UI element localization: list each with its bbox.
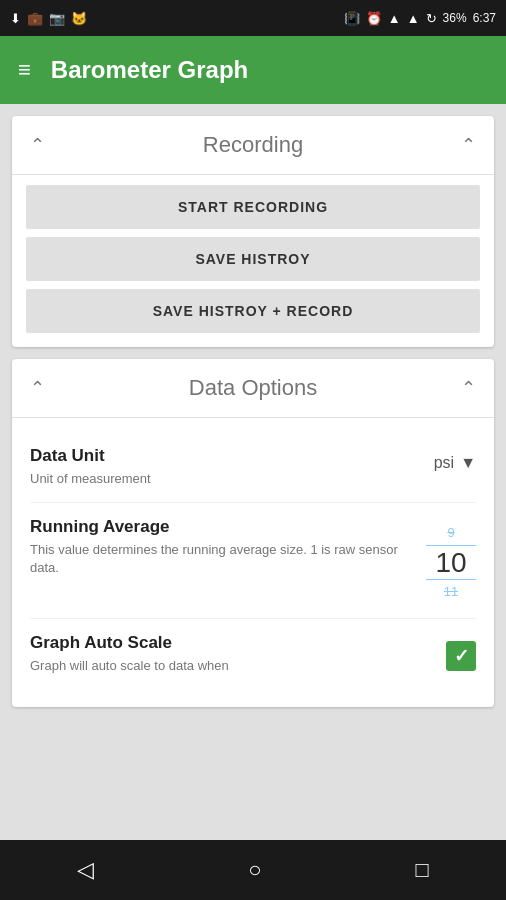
download-icon: ⬇ (10, 11, 21, 26)
app-icon: 🐱 (71, 11, 87, 26)
start-recording-button[interactable]: START RECORDING (26, 185, 480, 229)
status-icons-left: ⬇ 💼 📷 🐱 (10, 11, 87, 26)
nav-bar: ◁ ○ □ (0, 840, 506, 900)
save-history-record-button[interactable]: SAVE HISTROY + RECORD (26, 289, 480, 333)
recording-title: Recording (203, 132, 303, 158)
wifi-icon: ▲ (388, 11, 401, 26)
hamburger-menu-icon[interactable]: ≡ (18, 59, 31, 81)
data-options-header: ⌃ Data Options ⌃ (12, 359, 494, 418)
home-button[interactable]: ○ (248, 857, 261, 883)
spinner-above-value: 9 (447, 521, 454, 544)
graph-auto-scale-description: Graph will auto scale to data when (30, 657, 430, 675)
sync-icon: ↻ (426, 11, 437, 26)
data-unit-row: Data Unit Unit of measurement psi ▼ (30, 432, 476, 503)
data-options-body: Data Unit Unit of measurement psi ▼ Runn… (12, 418, 494, 707)
running-average-control[interactable]: 9 10 11 (426, 517, 476, 603)
recent-apps-button[interactable]: □ (416, 857, 429, 883)
data-unit-description: Unit of measurement (30, 470, 418, 488)
status-bar: ⬇ 💼 📷 🐱 📳 ⏰ ▲ ▲ ↻ 36% 6:37 (0, 0, 506, 36)
status-icons-right: 📳 ⏰ ▲ ▲ ↻ 36% 6:37 (344, 11, 496, 26)
main-content: ⌃ Recording ⌃ START RECORDING SAVE HISTR… (0, 104, 506, 840)
bag-icon: 💼 (27, 11, 43, 26)
data-options-collapse-right-icon[interactable]: ⌃ (461, 377, 476, 399)
recording-collapse-right-icon[interactable]: ⌃ (461, 134, 476, 156)
data-unit-value: psi (434, 454, 454, 472)
graph-auto-scale-label: Graph Auto Scale (30, 633, 430, 653)
data-options-collapse-left-icon[interactable]: ⌃ (30, 377, 45, 399)
graph-auto-scale-control[interactable]: ✓ (446, 633, 476, 671)
running-average-label: Running Average (30, 517, 410, 537)
graph-auto-scale-text: Graph Auto Scale Graph will auto scale t… (30, 633, 446, 675)
spinner-below-value: 11 (444, 580, 458, 603)
running-average-spinner[interactable]: 9 10 11 (426, 517, 476, 603)
data-options-card: ⌃ Data Options ⌃ Data Unit Unit of measu… (12, 359, 494, 707)
app-title: Barometer Graph (51, 56, 248, 84)
spinner-current-value: 10 (435, 546, 466, 580)
running-average-description: This value determines the running averag… (30, 541, 410, 577)
camera-icon: 📷 (49, 11, 65, 26)
running-average-row: Running Average This value determines th… (30, 503, 476, 618)
recording-body: START RECORDING SAVE HISTROY SAVE HISTRO… (12, 175, 494, 347)
data-unit-text: Data Unit Unit of measurement (30, 446, 434, 488)
time: 6:37 (473, 11, 496, 25)
vibrate-icon: 📳 (344, 11, 360, 26)
recording-card: ⌃ Recording ⌃ START RECORDING SAVE HISTR… (12, 116, 494, 347)
battery-level: 36% (443, 11, 467, 25)
recording-collapse-left-icon[interactable]: ⌃ (30, 134, 45, 156)
recording-header: ⌃ Recording ⌃ (12, 116, 494, 175)
checkmark-icon: ✓ (454, 645, 469, 667)
running-average-text: Running Average This value determines th… (30, 517, 426, 577)
signal-icon: ▲ (407, 11, 420, 26)
data-unit-control[interactable]: psi ▼ (434, 446, 476, 472)
graph-auto-scale-checkbox[interactable]: ✓ (446, 641, 476, 671)
graph-auto-scale-row: Graph Auto Scale Graph will auto scale t… (30, 619, 476, 689)
alarm-icon: ⏰ (366, 11, 382, 26)
data-unit-label: Data Unit (30, 446, 418, 466)
dropdown-arrow-icon[interactable]: ▼ (460, 454, 476, 472)
back-button[interactable]: ◁ (77, 857, 94, 883)
app-bar: ≡ Barometer Graph (0, 36, 506, 104)
data-options-title: Data Options (189, 375, 317, 401)
save-history-button[interactable]: SAVE HISTROY (26, 237, 480, 281)
